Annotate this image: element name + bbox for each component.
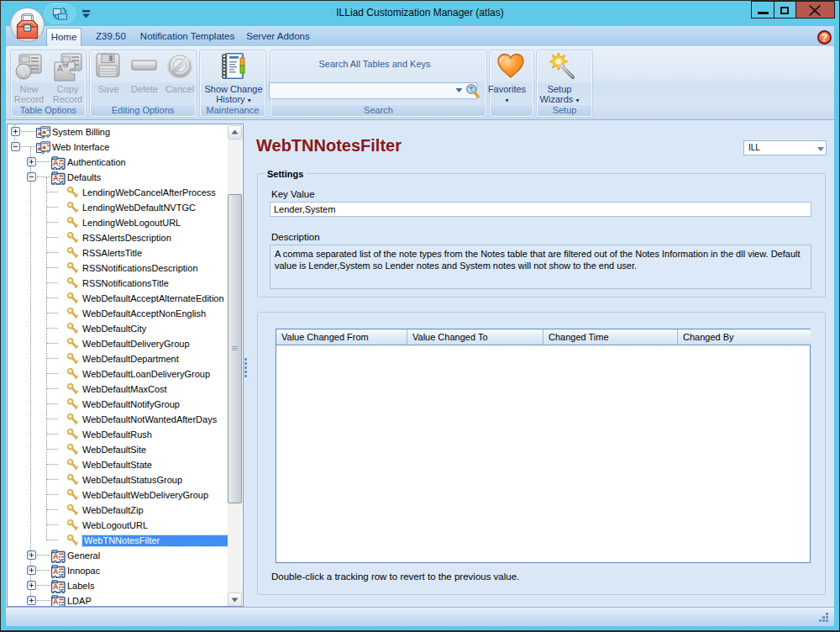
svg-text:A: A [57,64,63,73]
svg-text:A: A [53,552,59,561]
svg-text:A: A [53,582,59,591]
svg-text:A: A [53,174,59,182]
svg-text:A: A [53,567,59,576]
svg-text:A: A [53,159,59,167]
svg-text:A: A [53,598,59,606]
